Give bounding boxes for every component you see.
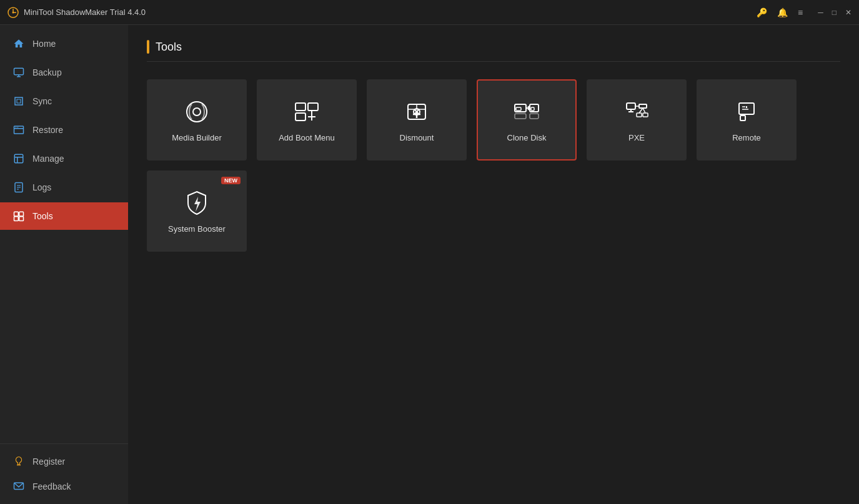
- sidebar-label-tools: Tools: [32, 211, 53, 221]
- svg-rect-22: [308, 103, 318, 111]
- media-builder-icon: [183, 98, 211, 126]
- svg-rect-45: [639, 104, 647, 108]
- svg-rect-55: [746, 106, 747, 108]
- register-icon: [12, 455, 25, 468]
- svg-rect-48: [637, 113, 642, 117]
- svg-rect-16: [14, 217, 19, 221]
- svg-rect-39: [515, 114, 526, 119]
- sidebar-item-logs[interactable]: Logs: [0, 174, 128, 201]
- svg-point-20: [193, 108, 201, 116]
- sidebar-nav: Home Backup Sync Restore: [0, 30, 128, 443]
- home-icon: [12, 37, 25, 50]
- tool-card-system-booster[interactable]: NEW System Booster: [147, 170, 247, 252]
- feedback-icon: [12, 480, 25, 493]
- tool-card-remote[interactable]: Remote: [697, 79, 797, 161]
- app-logo-icon: [7, 7, 19, 18]
- sidebar: Home Backup Sync Restore: [0, 25, 128, 504]
- svg-rect-21: [295, 103, 305, 111]
- svg-rect-40: [530, 114, 539, 119]
- main-content: Tools Media Builder: [128, 25, 859, 504]
- sidebar-item-backup[interactable]: Backup: [0, 59, 128, 86]
- restore-icon: [12, 124, 25, 136]
- dismount-label: Dismount: [400, 133, 434, 142]
- system-booster-label: System Booster: [168, 224, 226, 234]
- system-booster-icon: [183, 189, 211, 217]
- sidebar-label-backup: Backup: [32, 67, 62, 77]
- sidebar-label-home: Home: [32, 39, 56, 49]
- sidebar-item-sync[interactable]: Sync: [0, 87, 128, 115]
- pxe-label: PXE: [628, 133, 645, 142]
- svg-rect-41: [627, 103, 635, 109]
- svg-line-46: [639, 108, 643, 113]
- tool-card-clone-disk[interactable]: Clone Disk: [477, 79, 577, 161]
- remote-label: Remote: [732, 133, 761, 142]
- add-boot-menu-icon: [293, 98, 320, 126]
- svg-point-6: [17, 127, 19, 128]
- clone-disk-icon: [513, 98, 540, 126]
- page-title-bar: Tools: [147, 40, 840, 62]
- title-bar-left: MiniTool ShadowMaker Trial 4.4.0: [7, 7, 146, 18]
- title-accent: [147, 40, 149, 54]
- minimize-button[interactable]: ─: [818, 9, 823, 16]
- window-controls: ─ □ ✕: [818, 9, 852, 16]
- title-bar: MiniTool ShadowMaker Trial 4.4.0 🔑 🔔 ≡ ─…: [0, 0, 859, 25]
- sidebar-bottom: Register Feedback: [0, 443, 128, 504]
- title-bar-controls: 🔑 🔔 ≡ ─ □ ✕: [757, 7, 852, 17]
- svg-rect-38: [531, 107, 534, 111]
- remote-icon: [733, 98, 760, 126]
- svg-rect-35: [516, 107, 521, 111]
- sidebar-item-register[interactable]: Register: [0, 449, 128, 474]
- key-icon[interactable]: 🔑: [757, 7, 767, 17]
- tools-icon: [12, 210, 25, 222]
- sidebar-item-tools[interactable]: Tools: [0, 202, 128, 230]
- tools-grid: Media Builder Add Boot Menu: [147, 79, 840, 252]
- maximize-button[interactable]: □: [832, 9, 837, 16]
- svg-rect-23: [295, 113, 305, 121]
- svg-rect-7: [14, 154, 23, 163]
- tool-card-pxe[interactable]: PXE: [587, 79, 687, 161]
- clone-disk-label: Clone Disk: [507, 133, 547, 142]
- svg-point-5: [16, 127, 17, 128]
- sidebar-label-sync: Sync: [32, 96, 52, 106]
- svg-rect-51: [740, 116, 745, 121]
- page-title: Tools: [156, 41, 182, 54]
- sidebar-item-home[interactable]: Home: [0, 30, 128, 57]
- app-title: MiniTool ShadowMaker Trial 4.4.0: [24, 7, 146, 17]
- media-builder-label: Media Builder: [172, 133, 222, 142]
- sidebar-item-manage[interactable]: Manage: [0, 145, 128, 172]
- sidebar-item-feedback[interactable]: Feedback: [0, 474, 128, 499]
- tool-card-dismount[interactable]: Dismount: [367, 79, 467, 161]
- sidebar-label-register: Register: [32, 457, 65, 467]
- svg-rect-15: [19, 212, 24, 216]
- svg-rect-50: [739, 103, 754, 114]
- manage-icon: [12, 152, 25, 165]
- tool-card-media-builder[interactable]: Media Builder: [147, 79, 247, 161]
- sidebar-label-manage: Manage: [32, 154, 64, 164]
- pxe-icon: [623, 98, 650, 126]
- app-body: Home Backup Sync Restore: [0, 25, 859, 504]
- svg-rect-3: [14, 126, 24, 134]
- notification-icon[interactable]: 🔔: [777, 7, 788, 17]
- tool-card-add-boot-menu[interactable]: Add Boot Menu: [257, 79, 357, 161]
- sidebar-label-restore: Restore: [32, 125, 63, 135]
- svg-point-1: [12, 11, 14, 13]
- close-button[interactable]: ✕: [845, 9, 852, 16]
- backup-icon: [12, 66, 25, 79]
- svg-rect-2: [14, 68, 24, 75]
- svg-rect-49: [643, 113, 648, 117]
- svg-rect-14: [14, 212, 19, 216]
- sidebar-item-restore[interactable]: Restore: [0, 116, 128, 144]
- dismount-icon: [403, 98, 430, 126]
- new-badge: NEW: [221, 177, 241, 184]
- svg-line-47: [643, 108, 645, 113]
- menu-icon[interactable]: ≡: [798, 7, 803, 17]
- logs-icon: [12, 181, 25, 194]
- add-boot-menu-label: Add Boot Menu: [279, 133, 335, 142]
- sync-icon: [12, 95, 25, 107]
- sidebar-label-logs: Logs: [32, 182, 51, 192]
- svg-rect-17: [19, 217, 24, 221]
- sidebar-label-feedback: Feedback: [32, 482, 71, 492]
